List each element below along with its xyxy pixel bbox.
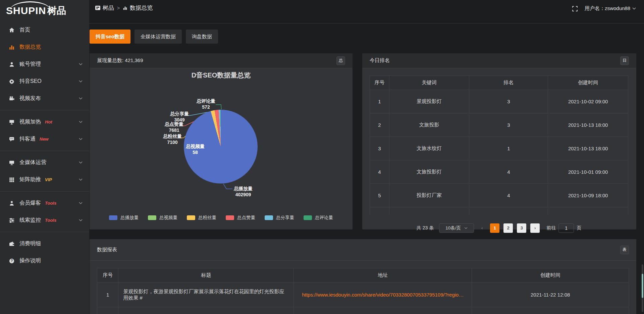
prev-page-button[interactable]: ‹ [478,223,486,233]
chevron-down-icon [79,63,83,65]
sliders-icon [9,217,15,223]
sidebar-divider [0,110,89,110]
legend-swatch [304,215,312,220]
sidebar-item-omnimedia[interactable]: 全媒体运营 [0,154,89,171]
table-row[interactable]: 2文旅投影32021-10-13 18:00 [370,113,628,137]
scrollbar-track[interactable] [642,264,643,312]
table-header-row: 序号 标题 地址 创建时间 [97,268,629,282]
day-toggle-button[interactable]: 日 [620,56,629,65]
sidebar-item-consumption[interactable]: 消费明细 [0,235,89,252]
pagination: 共 23 条 10条/页 ‹ 1 2 3 › 前往 页 [370,223,628,233]
page-button-1[interactable]: 1 [490,223,499,233]
column-header: 排名 [469,76,548,90]
legend-item-comments[interactable]: 总评论量 [304,215,333,221]
data-tabs: 抖音seo数据 全媒体运营数据 询盘数据 [90,30,644,44]
sidebar-item-account[interactable]: 账号管理 [0,56,89,73]
sidebar-item-matrix-boost[interactable]: 矩阵助推 VIP [0,171,89,188]
top-header: 树品 > 数据总览 用户名：zswodun88 [89,0,644,23]
chat-icon [9,136,15,142]
tab-omnimedia-data[interactable]: 全媒体运营数据 [135,30,182,44]
table-row[interactable]: 1 景观投影灯，夜游景观投影灯厂家展示展示落花灯在花园里的灯光投影应用效果 # … [97,282,629,307]
help-icon: ? [9,258,15,264]
sidebar-item-video-heat[interactable]: 视频加热 Hot [0,113,89,130]
chevron-down-icon [79,202,83,204]
pagination-total: 共 23 条 [417,225,434,231]
monitor-icon [9,160,15,166]
sidebar-item-douyin-seo[interactable]: 抖音SEO [0,73,89,90]
pie-chart: D音SEO数据量总览 总评论量 572 总分享量 3049 [90,68,353,229]
page-button-3[interactable]: 3 [517,223,526,233]
table-row[interactable]: 1景观投影灯32021-10-02 09:00 [370,90,628,113]
page-button-2[interactable]: 2 [503,223,513,233]
overview-panel-title: 展现量总数: 421,369 [97,57,143,64]
breadcrumb-item-home[interactable]: 树品 [95,4,114,12]
sidebar-item-member-baoke[interactable]: 会员爆客 Tools [0,195,89,212]
new-badge: New [40,137,49,142]
chevron-down-icon [464,227,468,229]
overview-panel-header: 展现量总数: 421,369 总 [90,53,353,68]
tools-badge: Tools [45,201,56,206]
breadcrumb-item-current[interactable]: 数据总览 [123,4,153,12]
video-camera-icon [9,96,15,102]
chevron-down-icon [79,121,83,123]
sidebar-item-home[interactable]: 首页 [0,21,89,39]
legend-item-videos[interactable]: 总视频量 [148,215,177,221]
main-area: 树品 > 数据总览 用户名：zswodun88 抖音seo数据 全媒体运营数据 … [89,0,644,314]
sidebar-item-data-overview[interactable]: 数据总览 [0,39,89,56]
table-row[interactable]: 3文旅水纹灯12021-10-13 18:00 [370,137,628,160]
video-url-link[interactable]: https://www.iesdouyin.com/share/video/70… [302,292,464,298]
breadcrumb: 树品 > 数据总览 [95,4,153,12]
legend-item-plays[interactable]: 总播放量 [109,215,139,221]
column-header: 序号 [370,76,389,90]
screen-icon [9,119,15,125]
sidebar-item-doukertong[interactable]: 抖客通 New [0,130,89,148]
user-dropdown[interactable]: 用户名：zswodun88 [585,5,636,12]
sidebar-item-video-publish[interactable]: 视频发布 [0,90,89,107]
chevron-down-icon [632,7,636,10]
legend-item-shares[interactable]: 总分享量 [265,215,294,221]
breadcrumb-separator: > [117,5,120,11]
legend-swatch [265,215,273,220]
sidebar-divider [0,232,89,232]
table-toggle-button[interactable]: 表 [620,246,629,254]
fullscreen-icon[interactable] [572,6,578,12]
column-header: 关键词 [389,76,469,90]
chevron-down-icon [79,138,83,140]
chart-legend: 总播放量 总视频量 总粉丝量 总点赞量 总分享量 总评论量 [90,215,353,221]
vip-badge: VIP [45,177,52,182]
wallet-icon [9,241,15,247]
table-row[interactable]: 5投影灯厂家42021-10-09 18:00 [370,184,628,207]
column-header: 序号 [97,268,118,282]
logo-arc [10,1,50,10]
grid-icon [9,177,15,183]
ranking-panel-header: 今日排名 日 [362,53,636,68]
chart-title: D音SEO数据量总览 [90,71,353,80]
legend-item-fans[interactable]: 总粉丝量 [187,215,216,221]
goto-page-input[interactable] [558,223,574,233]
chevron-down-icon [79,97,83,100]
member-icon [9,200,15,206]
table-row[interactable]: 4文旅投影灯42021-10-01 09:00 [370,160,628,184]
total-toggle-button[interactable]: 总 [336,56,345,65]
logo-text-cn: 树品 [47,4,66,17]
report-panel-header: 数据报表 表 [90,239,636,261]
goto-suffix: 页 [577,225,581,231]
dashboard-icon [95,6,100,10]
column-header: 创建时间 [472,268,629,282]
scrollbar-thumb[interactable] [642,274,643,298]
chevron-down-icon [79,80,83,83]
app-logo[interactable]: SHUPIN 树品 [0,0,89,21]
overview-panel: 展现量总数: 421,369 总 D音SEO数据量总览 总评论量 572 [90,53,353,229]
tab-inquiry-data[interactable]: 询盘数据 [186,30,218,44]
sidebar-divider [0,191,89,192]
sidebar-item-instructions[interactable]: ? 操作说明 [0,252,89,269]
sidebar: SHUPIN 树品 首页 数据总览 账号管理 抖音SEO 视频发布 视频加热 H… [0,0,89,314]
sidebar-item-clue-monitor[interactable]: 线索监控 Tools [0,212,89,229]
legend-item-likes[interactable]: 总点赞量 [226,215,255,221]
next-page-button[interactable]: › [530,223,540,233]
user-area: 用户名：zswodun88 [572,4,636,12]
tab-douyin-seo-data[interactable]: 抖音seo数据 [90,30,130,44]
page-size-select[interactable]: 10条/页 [439,223,474,233]
legend-swatch [148,215,156,220]
chevron-down-icon [79,219,83,221]
